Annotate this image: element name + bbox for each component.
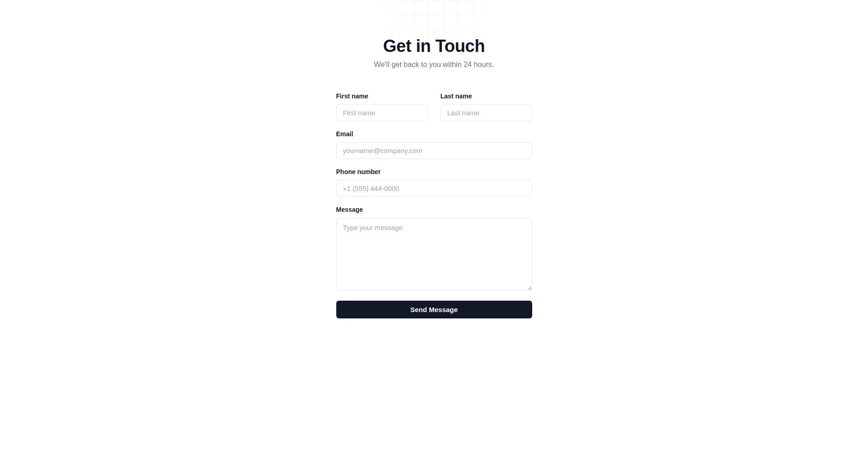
last-name-label: Last name [441, 92, 532, 100]
page-title: Get in Touch [336, 36, 532, 56]
last-name-input[interactable] [441, 104, 532, 121]
first-name-group: First name [336, 92, 428, 121]
page-subtitle: We'll get back to you within 24 hours. [336, 61, 532, 69]
email-label: Email [336, 130, 532, 138]
contact-form-container: Get in Touch We'll get back to you withi… [336, 0, 532, 456]
form-header: Get in Touch We'll get back to you withi… [336, 36, 532, 69]
last-name-group: Last name [441, 92, 532, 121]
phone-input[interactable] [336, 180, 532, 197]
message-group: Message [336, 206, 532, 291]
first-name-input[interactable] [336, 104, 428, 121]
first-name-label: First name [336, 92, 428, 100]
contact-form: First name Last name Email Phone number … [336, 92, 532, 318]
phone-group: Phone number [336, 168, 532, 197]
email-input[interactable] [336, 142, 532, 159]
name-row: First name Last name [336, 92, 532, 121]
send-message-button[interactable]: Send Message [336, 301, 532, 318]
phone-label: Phone number [336, 168, 532, 175]
message-textarea[interactable] [336, 218, 532, 291]
email-group: Email [336, 130, 532, 159]
message-label: Message [336, 206, 532, 213]
